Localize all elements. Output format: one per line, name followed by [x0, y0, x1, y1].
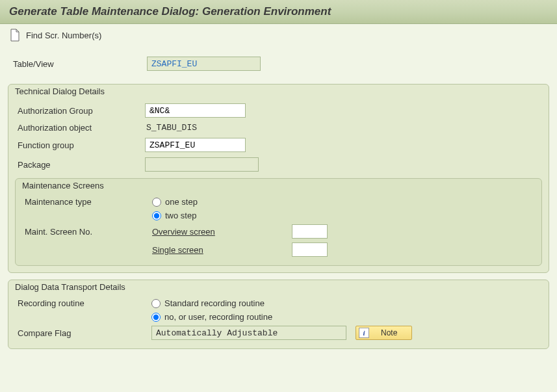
maint-screen-no-label: Maint. Screen No.	[22, 227, 152, 237]
maint-screens-legend: Maintenance Screens	[22, 178, 535, 194]
func-group-label: Function group	[15, 140, 145, 150]
no-user-recording-label: no, or user, recording routine	[164, 312, 272, 322]
maintenance-screens-group: Maintenance Screens Maintenance type one…	[15, 178, 542, 266]
single-screen-field[interactable]	[292, 242, 328, 257]
maint-type-label: Maintenance type	[22, 197, 152, 207]
recording-routine-label: Recording routine	[15, 298, 151, 308]
table-view-field[interactable]	[147, 57, 261, 71]
overview-screen-field[interactable]	[292, 224, 328, 239]
package-field[interactable]	[145, 157, 259, 172]
compare-flag-label: Compare Flag	[15, 328, 151, 338]
two-step-radio[interactable]	[152, 211, 161, 220]
toolbar: Find Scr. Number(s)	[0, 24, 557, 49]
func-group-field[interactable]	[145, 138, 246, 152]
one-step-radio[interactable]	[152, 198, 161, 207]
auth-group-label: Authorization Group	[15, 106, 145, 116]
dialog-data-transport-group: Dialog Data Transport Details Recording …	[8, 280, 549, 349]
auth-object-label: Authorization object	[15, 123, 145, 133]
note-button[interactable]: i Note	[356, 326, 412, 340]
single-screen-label: Single screen	[152, 245, 292, 255]
page-title: Generate Table Maintenance Dialog: Gener…	[0, 0, 557, 24]
standard-recording-label: Standard recording routine	[164, 298, 265, 308]
technical-dialog-details-group: Technical Dialog Details Authorization G…	[8, 84, 549, 273]
standard-recording-radio[interactable]	[151, 299, 161, 308]
note-button-label: Note	[370, 328, 409, 337]
two-step-label: two step	[165, 211, 196, 220]
info-icon: i	[359, 328, 369, 338]
package-label: Package	[15, 160, 145, 170]
auth-object-value: S_TABU_DIS	[145, 123, 197, 133]
technical-legend: Technical Dialog Details	[15, 84, 542, 100]
transport-legend: Dialog Data Transport Details	[15, 280, 542, 296]
one-step-label: one step	[165, 197, 198, 207]
document-icon[interactable]	[9, 28, 21, 42]
find-scr-numbers-button[interactable]: Find Scr. Number(s)	[26, 31, 101, 40]
overview-screen-label: Overview screen	[152, 227, 292, 237]
auth-group-field[interactable]	[145, 103, 246, 118]
table-view-label: Table/View	[10, 59, 147, 69]
no-user-recording-radio[interactable]	[151, 313, 161, 322]
compare-flag-field[interactable]	[151, 326, 346, 340]
